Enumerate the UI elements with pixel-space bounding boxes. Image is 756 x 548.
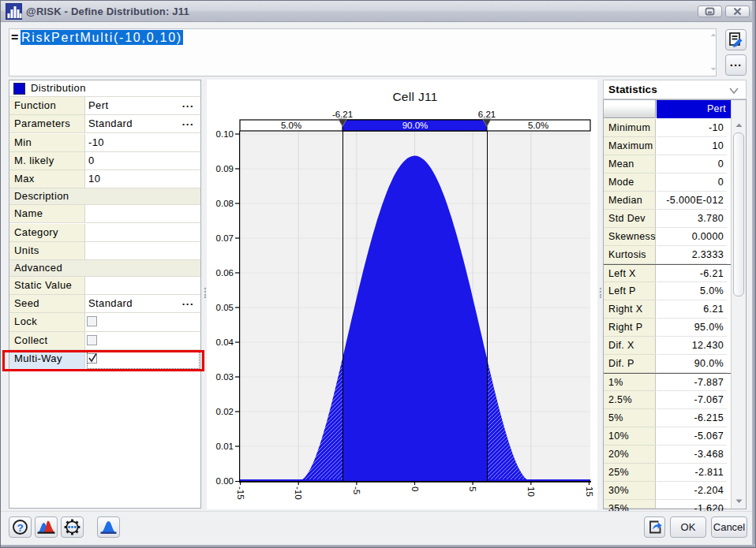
svg-text:0.06: 0.06 — [216, 268, 234, 278]
svg-text:6.21: 6.21 — [478, 110, 496, 119]
svg-text:0.10: 0.10 — [216, 129, 234, 139]
svg-text:0.08: 0.08 — [216, 199, 234, 208]
svg-text:0: 0 — [410, 486, 420, 491]
svg-text:-15: -15 — [236, 486, 245, 500]
svg-text:0.09: 0.09 — [216, 164, 234, 173]
svg-text:0.04: 0.04 — [216, 337, 234, 347]
svg-text:Cell J11: Cell J11 — [392, 90, 437, 103]
svg-text:0.03: 0.03 — [216, 372, 234, 382]
svg-text:-10: -10 — [294, 486, 303, 500]
svg-text:10: 10 — [526, 486, 536, 497]
svg-text:-6.21: -6.21 — [332, 110, 353, 119]
svg-text:5.0%: 5.0% — [528, 121, 548, 130]
svg-text:0.07: 0.07 — [216, 233, 234, 243]
svg-text:5: 5 — [468, 486, 477, 491]
svg-text:0.01: 0.01 — [216, 442, 234, 451]
svg-text:-5: -5 — [352, 486, 361, 494]
svg-text:90.0%: 90.0% — [402, 121, 429, 130]
svg-text:0.02: 0.02 — [216, 407, 234, 416]
svg-text:0.05: 0.05 — [216, 303, 234, 312]
svg-text:5.0%: 5.0% — [281, 121, 301, 130]
svg-text:15: 15 — [585, 486, 594, 497]
svg-text:0.00: 0.00 — [216, 476, 234, 486]
svg-text:?: ? — [17, 522, 23, 534]
